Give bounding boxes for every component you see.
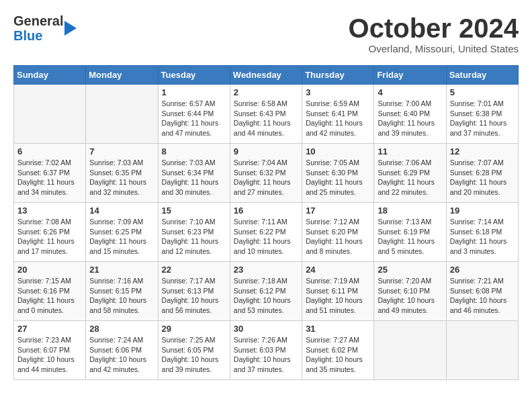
day-number: 25 xyxy=(378,265,442,275)
day-number: 28 xyxy=(89,324,154,334)
location: Overland, Missouri, United States xyxy=(349,43,519,54)
calendar-cell xyxy=(446,321,518,380)
calendar-cell: 31Sunrise: 7:27 AM Sunset: 6:02 PM Dayli… xyxy=(302,321,374,380)
day-info: Sunrise: 7:11 AM Sunset: 6:22 PM Dayligh… xyxy=(234,217,298,257)
calendar-cell: 21Sunrise: 7:16 AM Sunset: 6:15 PM Dayli… xyxy=(86,262,158,321)
day-info: Sunrise: 7:09 AM Sunset: 6:25 PM Dayligh… xyxy=(89,217,154,257)
calendar-cell: 9Sunrise: 7:04 AM Sunset: 6:32 PM Daylig… xyxy=(230,144,302,203)
day-info: Sunrise: 6:58 AM Sunset: 6:43 PM Dayligh… xyxy=(234,99,298,138)
day-info: Sunrise: 7:12 AM Sunset: 6:20 PM Dayligh… xyxy=(306,217,370,257)
calendar-cell: 18Sunrise: 7:13 AM Sunset: 6:19 PM Dayli… xyxy=(374,203,446,262)
day-number: 7 xyxy=(89,146,154,156)
day-info: Sunrise: 7:13 AM Sunset: 6:19 PM Dayligh… xyxy=(378,217,442,257)
day-info: Sunrise: 7:21 AM Sunset: 6:08 PM Dayligh… xyxy=(450,276,515,316)
calendar-cell: 14Sunrise: 7:09 AM Sunset: 6:25 PM Dayli… xyxy=(86,203,158,262)
calendar-cell: 15Sunrise: 7:10 AM Sunset: 6:23 PM Dayli… xyxy=(158,203,230,262)
day-info: Sunrise: 7:03 AM Sunset: 6:34 PM Dayligh… xyxy=(162,158,226,197)
day-number: 18 xyxy=(378,205,442,216)
day-number: 12 xyxy=(450,146,515,156)
calendar-cell: 25Sunrise: 7:20 AM Sunset: 6:10 PM Dayli… xyxy=(374,262,446,321)
calendar-cell: 23Sunrise: 7:18 AM Sunset: 6:12 PM Dayli… xyxy=(230,262,302,321)
logo: General Blue xyxy=(13,13,77,43)
day-info: Sunrise: 7:10 AM Sunset: 6:23 PM Dayligh… xyxy=(162,217,226,257)
day-header-tuesday: Tuesday xyxy=(158,66,230,85)
day-number: 19 xyxy=(450,205,515,216)
day-number: 15 xyxy=(162,205,226,216)
calendar-cell: 27Sunrise: 7:23 AM Sunset: 6:07 PM Dayli… xyxy=(14,321,86,380)
calendar-cell: 3Sunrise: 6:59 AM Sunset: 6:41 PM Daylig… xyxy=(302,85,374,144)
day-info: Sunrise: 6:57 AM Sunset: 6:44 PM Dayligh… xyxy=(162,99,226,138)
day-number: 10 xyxy=(306,146,370,156)
day-info: Sunrise: 7:16 AM Sunset: 6:15 PM Dayligh… xyxy=(89,276,154,316)
day-header-saturday: Saturday xyxy=(446,66,518,85)
calendar-cell: 10Sunrise: 7:05 AM Sunset: 6:30 PM Dayli… xyxy=(302,144,374,203)
calendar-header-row: SundayMondayTuesdayWednesdayThursdayFrid… xyxy=(14,66,519,85)
day-info: Sunrise: 7:18 AM Sunset: 6:12 PM Dayligh… xyxy=(234,276,298,316)
day-info: Sunrise: 7:14 AM Sunset: 6:18 PM Dayligh… xyxy=(450,217,515,257)
day-info: Sunrise: 6:59 AM Sunset: 6:41 PM Dayligh… xyxy=(306,99,370,138)
day-info: Sunrise: 7:20 AM Sunset: 6:10 PM Dayligh… xyxy=(378,276,442,316)
calendar-cell: 22Sunrise: 7:17 AM Sunset: 6:13 PM Dayli… xyxy=(158,262,230,321)
calendar-cell: 28Sunrise: 7:24 AM Sunset: 6:06 PM Dayli… xyxy=(86,321,158,380)
calendar-cell: 12Sunrise: 7:07 AM Sunset: 6:28 PM Dayli… xyxy=(446,144,518,203)
calendar-week-3: 13Sunrise: 7:08 AM Sunset: 6:26 PM Dayli… xyxy=(14,203,519,262)
day-number: 8 xyxy=(162,146,226,156)
calendar-cell: 13Sunrise: 7:08 AM Sunset: 6:26 PM Dayli… xyxy=(14,203,86,262)
calendar-week-5: 27Sunrise: 7:23 AM Sunset: 6:07 PM Dayli… xyxy=(14,321,519,380)
day-info: Sunrise: 7:05 AM Sunset: 6:30 PM Dayligh… xyxy=(306,158,370,197)
day-number: 22 xyxy=(162,265,226,275)
day-info: Sunrise: 7:19 AM Sunset: 6:11 PM Dayligh… xyxy=(306,276,370,316)
calendar-cell: 1Sunrise: 6:57 AM Sunset: 6:44 PM Daylig… xyxy=(158,85,230,144)
calendar-week-2: 6Sunrise: 7:02 AM Sunset: 6:37 PM Daylig… xyxy=(14,144,519,203)
title-block: October 2024 Overland, Missouri, United … xyxy=(349,13,519,54)
day-info: Sunrise: 7:24 AM Sunset: 6:06 PM Dayligh… xyxy=(89,335,154,375)
calendar-cell: 30Sunrise: 7:26 AM Sunset: 6:03 PM Dayli… xyxy=(230,321,302,380)
calendar-cell: 8Sunrise: 7:03 AM Sunset: 6:34 PM Daylig… xyxy=(158,144,230,203)
svg-marker-0 xyxy=(64,21,77,36)
day-info: Sunrise: 7:08 AM Sunset: 6:26 PM Dayligh… xyxy=(17,217,82,257)
day-number: 2 xyxy=(234,87,298,97)
day-info: Sunrise: 7:00 AM Sunset: 6:40 PM Dayligh… xyxy=(378,99,442,138)
calendar-cell: 2Sunrise: 6:58 AM Sunset: 6:43 PM Daylig… xyxy=(230,85,302,144)
calendar-cell: 29Sunrise: 7:25 AM Sunset: 6:05 PM Dayli… xyxy=(158,321,230,380)
day-header-wednesday: Wednesday xyxy=(230,66,302,85)
month-title: October 2024 xyxy=(349,13,519,43)
day-number: 17 xyxy=(306,205,370,216)
day-header-sunday: Sunday xyxy=(14,66,86,85)
day-number: 30 xyxy=(234,324,298,334)
day-info: Sunrise: 7:02 AM Sunset: 6:37 PM Dayligh… xyxy=(17,158,82,197)
day-info: Sunrise: 7:04 AM Sunset: 6:32 PM Dayligh… xyxy=(234,158,298,197)
calendar-cell: 19Sunrise: 7:14 AM Sunset: 6:18 PM Dayli… xyxy=(446,203,518,262)
calendar-cell: 6Sunrise: 7:02 AM Sunset: 6:37 PM Daylig… xyxy=(14,144,86,203)
day-info: Sunrise: 7:01 AM Sunset: 6:38 PM Dayligh… xyxy=(450,99,515,138)
calendar-cell: 24Sunrise: 7:19 AM Sunset: 6:11 PM Dayli… xyxy=(302,262,374,321)
day-number: 29 xyxy=(162,324,226,334)
calendar-week-1: 1Sunrise: 6:57 AM Sunset: 6:44 PM Daylig… xyxy=(14,85,519,144)
day-info: Sunrise: 7:03 AM Sunset: 6:35 PM Dayligh… xyxy=(89,158,154,197)
day-number: 3 xyxy=(306,87,370,97)
page-header: General Blue October 2024 Overland, Miss… xyxy=(13,13,519,54)
calendar-table: SundayMondayTuesdayWednesdayThursdayFrid… xyxy=(13,65,519,380)
day-number: 26 xyxy=(450,265,515,275)
day-number: 13 xyxy=(17,205,82,216)
day-number: 27 xyxy=(17,324,82,334)
day-number: 20 xyxy=(17,265,82,275)
day-number: 1 xyxy=(162,87,226,97)
calendar-cell: 26Sunrise: 7:21 AM Sunset: 6:08 PM Dayli… xyxy=(446,262,518,321)
day-info: Sunrise: 7:27 AM Sunset: 6:02 PM Dayligh… xyxy=(306,335,370,375)
calendar-body: 1Sunrise: 6:57 AM Sunset: 6:44 PM Daylig… xyxy=(14,85,519,380)
calendar-cell: 5Sunrise: 7:01 AM Sunset: 6:38 PM Daylig… xyxy=(446,85,518,144)
day-number: 14 xyxy=(89,205,154,216)
day-number: 16 xyxy=(234,205,298,216)
calendar-cell: 16Sunrise: 7:11 AM Sunset: 6:22 PM Dayli… xyxy=(230,203,302,262)
calendar-cell: 20Sunrise: 7:15 AM Sunset: 6:16 PM Dayli… xyxy=(14,262,86,321)
day-number: 23 xyxy=(234,265,298,275)
calendar-cell xyxy=(374,321,446,380)
calendar-cell xyxy=(86,85,158,144)
day-number: 4 xyxy=(378,87,442,97)
day-info: Sunrise: 7:26 AM Sunset: 6:03 PM Dayligh… xyxy=(234,335,298,375)
day-header-monday: Monday xyxy=(86,66,158,85)
day-number: 11 xyxy=(378,146,442,156)
day-number: 9 xyxy=(234,146,298,156)
calendar-cell xyxy=(14,85,86,144)
